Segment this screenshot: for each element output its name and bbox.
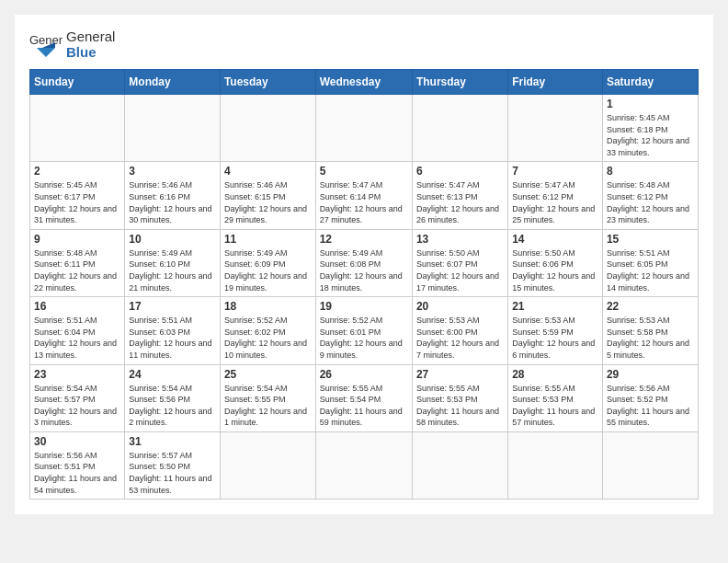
day-info: Sunrise: 5:47 AM Sunset: 6:14 PM Dayligh… <box>320 179 408 225</box>
day-number: 27 <box>416 368 504 381</box>
calendar-day-cell: 29Sunrise: 5:56 AM Sunset: 5:52 PM Dayli… <box>602 364 698 431</box>
day-info: Sunrise: 5:54 AM Sunset: 5:56 PM Dayligh… <box>129 383 216 429</box>
day-info: Sunrise: 5:54 AM Sunset: 5:55 PM Dayligh… <box>224 383 312 429</box>
calendar-day-cell: 3Sunrise: 5:46 AM Sunset: 6:16 PM Daylig… <box>125 162 221 229</box>
day-number: 25 <box>224 368 312 381</box>
calendar-day-cell: 18Sunrise: 5:52 AM Sunset: 6:02 PM Dayli… <box>220 297 315 364</box>
calendar-day-cell: 24Sunrise: 5:54 AM Sunset: 5:56 PM Dayli… <box>125 364 221 431</box>
calendar-day-cell: 21Sunrise: 5:53 AM Sunset: 5:59 PM Dayli… <box>508 297 603 364</box>
day-number: 4 <box>224 165 312 178</box>
calendar-day-cell <box>508 431 603 499</box>
day-info: Sunrise: 5:46 AM Sunset: 6:15 PM Dayligh… <box>224 179 312 225</box>
day-info: Sunrise: 5:51 AM Sunset: 6:03 PM Dayligh… <box>129 315 216 361</box>
day-info: Sunrise: 5:55 AM Sunset: 5:53 PM Dayligh… <box>512 383 598 429</box>
logo-blue-text: Blue <box>66 45 115 61</box>
day-info: Sunrise: 5:50 AM Sunset: 6:06 PM Dayligh… <box>512 247 598 293</box>
calendar-week-row: 2Sunrise: 5:45 AM Sunset: 6:17 PM Daylig… <box>30 162 699 229</box>
day-number: 18 <box>224 300 312 313</box>
calendar-day-cell <box>602 431 698 499</box>
general-blue-logo-icon: General <box>29 31 63 59</box>
day-number: 9 <box>34 233 120 246</box>
calendar-day-cell: 2Sunrise: 5:45 AM Sunset: 6:17 PM Daylig… <box>30 162 125 229</box>
calendar-day-cell: 25Sunrise: 5:54 AM Sunset: 5:55 PM Dayli… <box>220 364 315 431</box>
calendar-day-cell: 10Sunrise: 5:49 AM Sunset: 6:10 PM Dayli… <box>125 229 221 296</box>
calendar-day-cell: 5Sunrise: 5:47 AM Sunset: 6:14 PM Daylig… <box>315 162 412 229</box>
day-number: 6 <box>416 165 504 178</box>
calendar-day-cell: 16Sunrise: 5:51 AM Sunset: 6:04 PM Dayli… <box>30 297 125 364</box>
calendar-day-cell <box>315 95 412 162</box>
calendar-day-cell <box>412 95 507 162</box>
day-number: 31 <box>129 435 216 448</box>
calendar-day-cell: 28Sunrise: 5:55 AM Sunset: 5:53 PM Dayli… <box>508 364 603 431</box>
calendar-day-cell: 19Sunrise: 5:52 AM Sunset: 6:01 PM Dayli… <box>315 297 412 364</box>
day-number: 5 <box>320 165 408 178</box>
calendar-day-header: Friday <box>508 70 603 95</box>
logo: General General Blue <box>29 29 115 60</box>
calendar-day-header: Thursday <box>412 70 507 95</box>
day-number: 11 <box>224 233 312 246</box>
day-number: 29 <box>607 368 694 381</box>
page: General General Blue SundayMondayTuesday… <box>15 15 713 514</box>
calendar-day-cell: 23Sunrise: 5:54 AM Sunset: 5:57 PM Dayli… <box>30 364 125 431</box>
calendar-day-cell: 17Sunrise: 5:51 AM Sunset: 6:03 PM Dayli… <box>125 297 221 364</box>
day-number: 16 <box>34 300 120 313</box>
day-info: Sunrise: 5:55 AM Sunset: 5:53 PM Dayligh… <box>416 383 504 429</box>
calendar-day-cell: 6Sunrise: 5:47 AM Sunset: 6:13 PM Daylig… <box>412 162 507 229</box>
calendar-day-header: Saturday <box>602 70 698 95</box>
day-info: Sunrise: 5:47 AM Sunset: 6:13 PM Dayligh… <box>416 179 504 225</box>
day-info: Sunrise: 5:52 AM Sunset: 6:02 PM Dayligh… <box>224 315 312 361</box>
calendar-day-cell: 1Sunrise: 5:45 AM Sunset: 6:18 PM Daylig… <box>602 95 698 162</box>
calendar-day-cell: 27Sunrise: 5:55 AM Sunset: 5:53 PM Dayli… <box>412 364 507 431</box>
calendar-day-cell: 31Sunrise: 5:57 AM Sunset: 5:50 PM Dayli… <box>125 431 221 499</box>
day-number: 23 <box>34 368 120 381</box>
day-number: 12 <box>320 233 408 246</box>
day-number: 17 <box>129 300 216 313</box>
calendar-week-row: 30Sunrise: 5:56 AM Sunset: 5:51 PM Dayli… <box>30 431 699 499</box>
day-number: 28 <box>512 368 598 381</box>
day-number: 8 <box>607 165 694 178</box>
day-info: Sunrise: 5:53 AM Sunset: 5:58 PM Dayligh… <box>607 315 694 361</box>
day-number: 3 <box>129 165 216 178</box>
calendar-day-cell: 30Sunrise: 5:56 AM Sunset: 5:51 PM Dayli… <box>30 431 125 499</box>
calendar-day-header: Tuesday <box>220 70 315 95</box>
day-info: Sunrise: 5:52 AM Sunset: 6:01 PM Dayligh… <box>320 315 408 361</box>
calendar-day-cell: 9Sunrise: 5:48 AM Sunset: 6:11 PM Daylig… <box>30 229 125 296</box>
logo-general-text: General <box>66 29 115 45</box>
calendar-day-cell: 7Sunrise: 5:47 AM Sunset: 6:12 PM Daylig… <box>508 162 603 229</box>
calendar-day-cell: 15Sunrise: 5:51 AM Sunset: 6:05 PM Dayli… <box>602 229 698 296</box>
day-info: Sunrise: 5:45 AM Sunset: 6:18 PM Dayligh… <box>607 112 694 158</box>
day-info: Sunrise: 5:53 AM Sunset: 6:00 PM Dayligh… <box>416 315 504 361</box>
calendar-week-row: 1Sunrise: 5:45 AM Sunset: 6:18 PM Daylig… <box>30 95 699 162</box>
calendar-day-cell <box>412 431 507 499</box>
day-info: Sunrise: 5:49 AM Sunset: 6:10 PM Dayligh… <box>129 247 216 293</box>
day-number: 21 <box>512 300 598 313</box>
day-number: 30 <box>34 435 120 448</box>
calendar-week-row: 23Sunrise: 5:54 AM Sunset: 5:57 PM Dayli… <box>30 364 699 431</box>
day-info: Sunrise: 5:50 AM Sunset: 6:07 PM Dayligh… <box>416 247 504 293</box>
day-number: 26 <box>320 368 408 381</box>
calendar-day-cell: 4Sunrise: 5:46 AM Sunset: 6:15 PM Daylig… <box>220 162 315 229</box>
calendar-day-cell <box>315 431 412 499</box>
day-info: Sunrise: 5:45 AM Sunset: 6:17 PM Dayligh… <box>34 179 120 225</box>
calendar-week-row: 16Sunrise: 5:51 AM Sunset: 6:04 PM Dayli… <box>30 297 699 364</box>
day-number: 13 <box>416 233 504 246</box>
day-number: 7 <box>512 165 598 178</box>
calendar-day-cell: 8Sunrise: 5:48 AM Sunset: 6:12 PM Daylig… <box>602 162 698 229</box>
day-number: 15 <box>607 233 694 246</box>
day-number: 14 <box>512 233 598 246</box>
calendar-day-cell: 22Sunrise: 5:53 AM Sunset: 5:58 PM Dayli… <box>602 297 698 364</box>
calendar-day-cell: 13Sunrise: 5:50 AM Sunset: 6:07 PM Dayli… <box>412 229 507 296</box>
day-number: 2 <box>34 165 120 178</box>
day-info: Sunrise: 5:49 AM Sunset: 6:08 PM Dayligh… <box>320 247 408 293</box>
day-info: Sunrise: 5:47 AM Sunset: 6:12 PM Dayligh… <box>512 179 598 225</box>
header: General General Blue <box>29 29 699 60</box>
day-info: Sunrise: 5:49 AM Sunset: 6:09 PM Dayligh… <box>224 247 312 293</box>
calendar-day-cell: 12Sunrise: 5:49 AM Sunset: 6:08 PM Dayli… <box>315 229 412 296</box>
calendar-day-header: Monday <box>125 70 221 95</box>
day-info: Sunrise: 5:56 AM Sunset: 5:51 PM Dayligh… <box>34 450 120 496</box>
calendar: SundayMondayTuesdayWednesdayThursdayFrid… <box>29 69 699 500</box>
day-info: Sunrise: 5:51 AM Sunset: 6:05 PM Dayligh… <box>607 247 694 293</box>
calendar-day-cell: 14Sunrise: 5:50 AM Sunset: 6:06 PM Dayli… <box>508 229 603 296</box>
calendar-day-cell <box>125 95 221 162</box>
calendar-header-row: SundayMondayTuesdayWednesdayThursdayFrid… <box>30 70 699 95</box>
